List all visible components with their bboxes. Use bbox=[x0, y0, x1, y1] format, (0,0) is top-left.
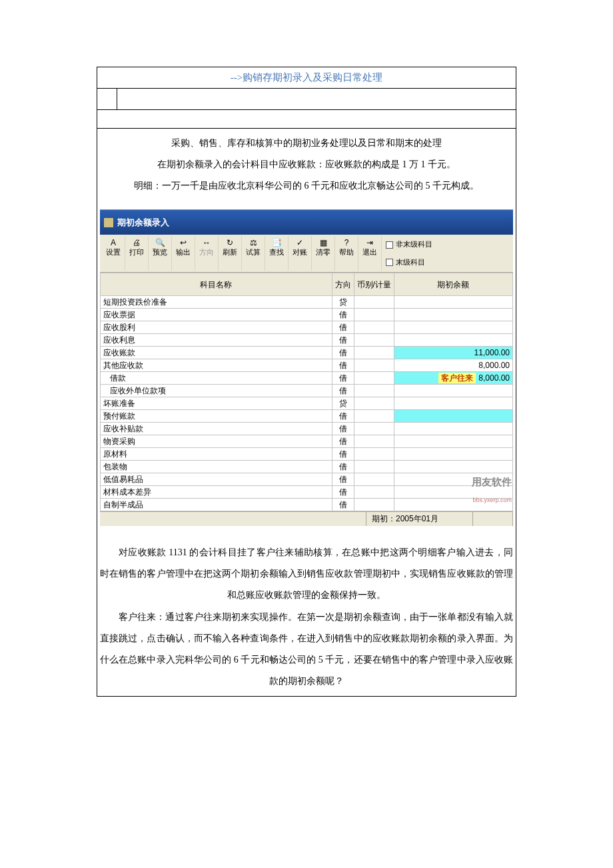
cell-opening-balance[interactable] bbox=[394, 448, 512, 461]
check-末级科目[interactable]: 末级科目 bbox=[386, 254, 432, 271]
cell-direction: 借 bbox=[332, 448, 354, 461]
打印-button[interactable]: 🖨打印 bbox=[125, 236, 149, 271]
cell-currency bbox=[354, 448, 394, 461]
window-titlebar: 期初余额录入 bbox=[100, 210, 513, 235]
cell-opening-balance[interactable] bbox=[394, 321, 512, 334]
cell-opening-balance[interactable] bbox=[394, 397, 512, 410]
empty-row bbox=[97, 110, 516, 129]
cell-currency bbox=[354, 347, 394, 359]
table-row[interactable]: 材料成本差异借 bbox=[101, 486, 513, 499]
statusbar: 期初：2005年01月 bbox=[100, 511, 513, 526]
toolbar-btn-label: 设置 bbox=[106, 248, 121, 256]
col-header-name[interactable]: 科目名称 bbox=[101, 273, 332, 296]
toolbar-btn-label: 刷新 bbox=[223, 248, 237, 256]
cell-account-name: 材料成本差异 bbox=[101, 486, 332, 499]
清零-icon: ▦ bbox=[317, 237, 329, 248]
statusbar-seg bbox=[473, 512, 513, 526]
退出-button[interactable]: ⇥退出 bbox=[358, 236, 382, 271]
table-row[interactable]: 应收股利借 bbox=[101, 321, 513, 334]
table-row[interactable]: 其他应收款借8,000.00 bbox=[101, 359, 513, 372]
watermark-brand: 用友软件 bbox=[472, 471, 512, 494]
customer-badge: 客户往来 bbox=[438, 373, 476, 383]
cell-opening-balance[interactable] bbox=[394, 309, 512, 321]
statusbar-period: 期初：2005年01月 bbox=[366, 512, 473, 526]
window-title-text: 期初余额录入 bbox=[117, 213, 169, 233]
预览-icon: 🔍 bbox=[154, 237, 166, 248]
cell-currency bbox=[354, 397, 394, 410]
table-row[interactable]: 短期投资跌价准备贷 bbox=[101, 296, 513, 309]
table-row[interactable]: 应收利息借 bbox=[101, 334, 513, 347]
cell-currency bbox=[354, 334, 394, 347]
cell-currency bbox=[354, 473, 394, 486]
cell-direction: 借 bbox=[332, 473, 354, 486]
toolbar-btn-label: 输出 bbox=[176, 248, 191, 256]
cell-account-name: 自制半成品 bbox=[101, 499, 332, 511]
cell-opening-balance[interactable] bbox=[394, 423, 512, 435]
cell-account-name: 应收账款 bbox=[101, 347, 332, 359]
cell-opening-balance[interactable] bbox=[394, 385, 512, 397]
table-row[interactable]: 应收票据借 bbox=[101, 309, 513, 321]
col-header-balance[interactable]: 期初余额 bbox=[394, 273, 512, 296]
toolbar-btn-label: 清零 bbox=[316, 248, 330, 256]
table-row[interactable]: 应收补贴款借 bbox=[101, 423, 513, 435]
刷新-button[interactable]: ↻刷新 bbox=[219, 236, 242, 271]
清零-button[interactable]: ▦清零 bbox=[312, 236, 335, 271]
table-row[interactable]: 物资采购借 bbox=[101, 435, 513, 448]
watermark: 用友软件 bbs.yxerp.com bbox=[472, 471, 512, 507]
cell-account-name: 预付账款 bbox=[101, 410, 332, 423]
cell-opening-balance[interactable] bbox=[394, 410, 512, 423]
toolbar-btn-label: 退出 bbox=[362, 248, 377, 256]
cell-opening-balance[interactable] bbox=[394, 435, 512, 448]
table-row[interactable]: 应收账款借11,000.00 bbox=[101, 347, 513, 359]
check-非末级科目[interactable]: 非末级科目 bbox=[386, 236, 432, 253]
方向-icon: ↔ bbox=[201, 237, 213, 248]
toolbar-btn-label: 查找 bbox=[269, 248, 284, 256]
toolbar-btn-label: 预览 bbox=[153, 248, 167, 256]
cell-opening-balance[interactable]: 8,000.00 bbox=[394, 359, 512, 372]
col-header-currency[interactable]: 币别/计量 bbox=[354, 273, 394, 296]
cell-direction: 借 bbox=[332, 486, 354, 499]
cell-currency bbox=[354, 410, 394, 423]
table-row[interactable]: 原材料借 bbox=[101, 448, 513, 461]
cell-opening-balance[interactable] bbox=[394, 296, 512, 309]
cell-opening-balance[interactable]: 11,000.00 bbox=[394, 347, 512, 359]
cell-direction: 贷 bbox=[332, 296, 354, 309]
试算-button[interactable]: ⚖试算 bbox=[242, 236, 265, 271]
checkbox-icon bbox=[386, 259, 393, 266]
刷新-icon: ↻ bbox=[224, 237, 236, 248]
cell-account-name: 应收补贴款 bbox=[101, 423, 332, 435]
empty-cell bbox=[117, 89, 516, 110]
设置-button[interactable]: A设置 bbox=[102, 236, 125, 271]
cell-currency bbox=[354, 461, 394, 473]
cell-opening-balance[interactable]: 客户往来8,000.00 bbox=[394, 372, 512, 385]
cell-currency bbox=[354, 296, 394, 309]
帮助-button[interactable]: ?帮助 bbox=[335, 236, 358, 271]
cell-direction: 借 bbox=[332, 372, 354, 385]
app-screenshot: 期初余额录入 A设置🖨打印🔍预览↩输出↔方向↻刷新⚖试算📑查找✓对账▦清零?帮助… bbox=[100, 209, 513, 526]
查找-button[interactable]: 📑查找 bbox=[265, 236, 289, 271]
方向-button[interactable]: ↔方向 bbox=[195, 236, 219, 271]
cell-opening-balance[interactable] bbox=[394, 334, 512, 347]
table-row[interactable]: 借款借客户往来8,000.00 bbox=[101, 372, 513, 385]
table-row[interactable]: 低值易耗品借 bbox=[101, 473, 513, 486]
toolbar-btn-label: 对账 bbox=[293, 248, 307, 256]
document-table: -->购销存期初录入及采购日常处理 采购、销售、库存和核算中的期初业务处理以及日… bbox=[97, 67, 516, 697]
输出-button[interactable]: ↩输出 bbox=[172, 236, 195, 271]
doc-title: -->购销存期初录入及采购日常处理 bbox=[97, 67, 516, 89]
statusbar-seg bbox=[100, 512, 366, 526]
cell-currency bbox=[354, 309, 394, 321]
cell-direction: 借 bbox=[332, 347, 354, 359]
cell-account-name: 应收外单位款项 bbox=[101, 385, 332, 397]
table-row[interactable]: 应收外单位款项借 bbox=[101, 385, 513, 397]
cell-account-name: 包装物 bbox=[101, 461, 332, 473]
预览-button[interactable]: 🔍预览 bbox=[149, 236, 172, 271]
cell-account-name: 借款 bbox=[101, 372, 332, 385]
cell-direction: 借 bbox=[332, 334, 354, 347]
table-row[interactable]: 预付账款借 bbox=[101, 410, 513, 423]
table-row[interactable]: 坏账准备贷 bbox=[101, 397, 513, 410]
cell-currency bbox=[354, 499, 394, 511]
对账-button[interactable]: ✓对账 bbox=[289, 236, 312, 271]
table-row[interactable]: 包装物借 bbox=[101, 461, 513, 473]
table-row[interactable]: 自制半成品借 bbox=[101, 499, 513, 511]
col-header-dir[interactable]: 方向 bbox=[332, 273, 354, 296]
